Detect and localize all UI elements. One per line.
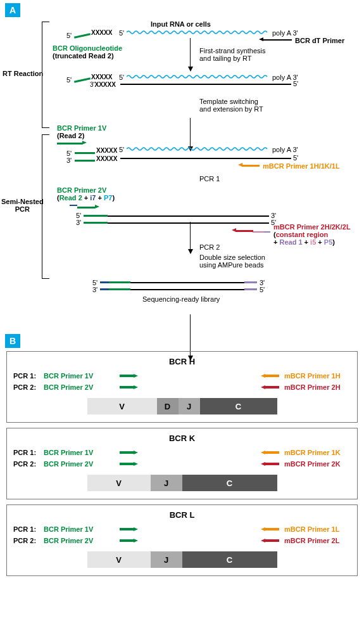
- seg-j: J: [179, 398, 200, 414]
- primer-2v-text: BCR Primer 2V: [44, 537, 113, 544]
- pcr1-row: PCR 1: BCR Primer 1V mBCR Primer 1K: [13, 447, 351, 458]
- pcr2-row: PCR 2: BCR Primer 2V mBCR Primer 2K: [13, 458, 351, 470]
- black-4a: [108, 215, 269, 217]
- polya-3: poly A 3': [272, 146, 298, 153]
- bcr-group-2: BCR L PCR 1: BCR Primer 1V mBCR Primer 1…: [6, 504, 358, 576]
- lib-green-a: [109, 281, 130, 283]
- primer-2v-arrowhead: [95, 205, 99, 209]
- bcr-primer-2v-label: BCR Primer 2V (Read 2 + i7 + P7): [57, 186, 115, 202]
- primer-1v-arrow-icon: [120, 451, 138, 454]
- five-5b: 5': [260, 286, 265, 293]
- primer-2v-arrow-icon: [120, 462, 138, 466]
- three-3b: 3': [66, 157, 72, 164]
- vdj-segments: V D J C: [87, 398, 277, 414]
- pcr2-lab: PCR 2: [199, 243, 220, 251]
- pcr2-lab: PCR 2:: [13, 460, 44, 468]
- mbcr2-label: mBCR Primer 2H/2K/2L (constant region + …: [273, 223, 351, 246]
- lib-black-b: [130, 289, 244, 290]
- bcr-group-1: BCR K PCR 1: BCR Primer 1V mBCR Primer 1…: [6, 428, 358, 499]
- xxxxx-2: XXXXX: [91, 74, 112, 80]
- seg-v: V: [87, 398, 157, 414]
- mbcr2-p5: [264, 231, 270, 233]
- mbcr1-line: [242, 165, 260, 167]
- mbcr2-text: mBCR Primer 2L: [284, 537, 351, 544]
- panel-b-container: BCR H PCR 1: BCR Primer 1V mBCR Primer 1…: [0, 351, 364, 588]
- mbcr1-label: mBCR Primer 1H/1K/1L: [263, 162, 340, 170]
- vdj-segments: V J C: [87, 551, 277, 568]
- five-prime-1: 5': [66, 32, 72, 39]
- bcr-oligo-label: BCR Oligonucleotide (truncated Read 2): [53, 44, 122, 60]
- dt-primer-label: BCR dT Primer: [295, 37, 344, 44]
- green-3a: [75, 152, 95, 154]
- mbcr2-arrow-icon: [261, 462, 279, 466]
- primer-2v-read2: [77, 207, 95, 209]
- mbcr1-arrowhead: [238, 163, 242, 167]
- black-4b: [108, 222, 269, 224]
- step2: Template switchingand extension by RT: [199, 98, 263, 113]
- three-prime-cdna1: 3'XXXXX: [90, 81, 116, 88]
- pcr2-row: PCR 2: BCR Primer 2V mBCR Primer 2H: [13, 382, 351, 393]
- seg-c: C: [200, 398, 277, 414]
- pcr2-row: PCR 2: BCR Primer 2V mBCR Primer 2L: [13, 535, 351, 546]
- primer-1v-text: BCR Primer 1V: [44, 372, 113, 380]
- label-rt-reaction: RT Reaction: [3, 70, 43, 77]
- rna-wave-1: [127, 30, 269, 35]
- seg-c: C: [182, 475, 277, 491]
- varrow-1: [190, 38, 191, 67]
- lib-p7b: [100, 288, 109, 290]
- bcr-primer-1v-label: BCR Primer 1V (Read 2): [57, 124, 106, 139]
- five-rna2: 5': [119, 74, 124, 81]
- polya-1: poly A 3': [272, 29, 298, 37]
- panel-b: B BCR H PCR 1: BCR Primer 1V mBCR Primer…: [0, 331, 364, 588]
- mbcr2-text: mBCR Primer 2K: [284, 460, 351, 468]
- seg-v: V: [87, 475, 151, 491]
- oligo-line-2: [74, 77, 91, 82]
- pcr1-row: PCR 1: BCR Primer 1V mBCR Primer 1H: [13, 370, 351, 382]
- pcr1-lab: PCR 1:: [13, 449, 44, 456]
- lib-purple-a: [244, 281, 257, 283]
- mbcr2-line: [235, 230, 253, 232]
- lib-p7a: [100, 281, 109, 283]
- pcr2-lab: PCR 2:: [13, 383, 44, 391]
- panel-a-label: A: [5, 3, 20, 17]
- mbcr1-arrow-icon: [261, 451, 279, 454]
- seg-v: V: [87, 551, 151, 568]
- seg-d: D: [157, 398, 179, 414]
- cdna-line-3: [120, 158, 291, 159]
- green-4a: [84, 215, 108, 217]
- primer-2v-text: BCR Primer 2V: [44, 383, 113, 391]
- dt-primer-arrowhead: [259, 37, 263, 41]
- bcr-group-0: BCR H PCR 1: BCR Primer 1V mBCR Primer 1…: [6, 351, 358, 423]
- pcr1-lab: PCR 1:: [13, 525, 44, 533]
- input-title: Input RNA or cells: [151, 20, 211, 28]
- x-3b: XXXXX: [96, 155, 117, 162]
- primer-1v-arrow-icon: [120, 374, 138, 378]
- rna-wave-3: [127, 146, 269, 151]
- five-rna3: 5': [119, 146, 124, 153]
- seg-j: J: [151, 551, 182, 568]
- lib-black-a: [130, 282, 244, 283]
- green-3b: [75, 160, 95, 162]
- green-4b: [84, 222, 108, 224]
- varrow-2: [190, 118, 191, 147]
- mbcr2-arrow-icon: [261, 539, 279, 543]
- primer-1v-arrow-icon: [120, 527, 138, 531]
- group-title: BCR K: [13, 434, 351, 443]
- oligo-line-1: [74, 33, 91, 38]
- primer-2v-arrow-icon: [120, 539, 138, 543]
- five-prime-2: 5': [66, 76, 72, 84]
- group-title: BCR L: [13, 510, 351, 520]
- mbcr2-text: mBCR Primer 2H: [284, 383, 351, 391]
- seq-ready-label: Sequencing-ready library: [142, 295, 220, 303]
- primer-1v-text: BCR Primer 1V: [44, 525, 113, 533]
- lib-purple-b: [244, 288, 257, 290]
- lib-green-b: [109, 288, 130, 290]
- step3: Double size selectionusing AMPure beads: [199, 254, 265, 269]
- five-cdna1: 5': [293, 80, 298, 87]
- vdj-segments: V J C: [87, 475, 277, 491]
- mbcr2-arrow-icon: [261, 385, 279, 389]
- primer-2v-i7: [70, 205, 77, 206]
- pcr1-label: PCR 1: [199, 175, 220, 183]
- label-semi-nested: Semi-Nested PCR: [1, 198, 44, 213]
- three-4b: 3': [76, 219, 81, 226]
